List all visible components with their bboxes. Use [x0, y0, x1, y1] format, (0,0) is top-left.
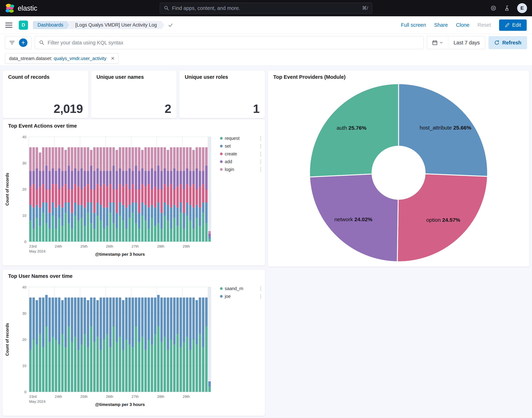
- bar-login[interactable]: [55, 147, 57, 171]
- bar-request[interactable]: [189, 221, 192, 242]
- bar-saand_rn[interactable]: [29, 350, 32, 392]
- bar-saand_rn[interactable]: [77, 350, 80, 392]
- bar-joe[interactable]: [141, 298, 144, 337]
- bar-set[interactable]: [157, 202, 160, 223]
- bar-set[interactable]: [77, 205, 80, 221]
- bar-saand_rn[interactable]: [74, 337, 76, 392]
- bar-saand_rn[interactable]: [135, 326, 137, 392]
- bar-set[interactable]: [192, 208, 195, 229]
- bar-joe[interactable]: [35, 300, 38, 345]
- bar-create[interactable]: [45, 189, 48, 202]
- bar-request[interactable]: [186, 215, 188, 242]
- bar-joe[interactable]: [160, 298, 163, 342]
- bar-login[interactable]: [192, 150, 195, 171]
- bar-login[interactable]: [93, 147, 96, 171]
- elastic-brand[interactable]: elastic: [5, 3, 37, 13]
- bar-saand_rn[interactable]: [183, 342, 185, 392]
- kql-query-input[interactable]: [48, 40, 419, 46]
- bar-set[interactable]: [186, 202, 188, 215]
- bar-set[interactable]: [116, 213, 118, 229]
- deployment-icon[interactable]: [489, 4, 497, 12]
- bar-create[interactable]: [90, 189, 93, 202]
- bar-request[interactable]: [151, 218, 153, 242]
- legend-actions-icon[interactable]: ⋮: [258, 143, 263, 149]
- bar-add[interactable]: [83, 171, 86, 186]
- bar-create[interactable]: [32, 184, 35, 207]
- bar-add[interactable]: [135, 166, 137, 189]
- bar-set[interactable]: [176, 208, 179, 226]
- bar-create[interactable]: [77, 186, 80, 205]
- bar-add[interactable]: [90, 166, 93, 189]
- bar-create[interactable]: [112, 189, 115, 202]
- bar-login[interactable]: [87, 147, 89, 171]
- bar-set[interactable]: [148, 208, 150, 229]
- bar-saand_rn[interactable]: [103, 339, 105, 392]
- bar-create[interactable]: [58, 189, 60, 205]
- time-range-value[interactable]: Last 7 days: [448, 40, 485, 46]
- bar-set[interactable]: [48, 213, 51, 229]
- bar-login[interactable]: [125, 147, 127, 171]
- bar-saand_rn[interactable]: [157, 326, 160, 392]
- bar-request[interactable]: [83, 226, 86, 242]
- user-avatar[interactable]: E: [517, 3, 527, 13]
- bar-saand_rn[interactable]: [179, 347, 182, 392]
- bar-add[interactable]: [93, 171, 96, 189]
- bar-set[interactable]: [125, 208, 127, 229]
- bar-joe[interactable]: [106, 298, 108, 334]
- bar-create[interactable]: [83, 186, 86, 207]
- bar-set[interactable]: [173, 205, 175, 218]
- bar-request[interactable]: [179, 213, 182, 242]
- bar-login[interactable]: [71, 147, 73, 171]
- bar-set[interactable]: [202, 202, 204, 213]
- bar-saand_rn[interactable]: [64, 347, 67, 392]
- legend-item-request[interactable]: request⋮: [220, 136, 263, 141]
- bar-saand_rn[interactable]: [163, 337, 166, 392]
- bar-create[interactable]: [160, 189, 163, 213]
- bar-joe[interactable]: [80, 298, 83, 345]
- bar-create[interactable]: [42, 184, 45, 202]
- filter-pill[interactable]: data_stream.dataset: qualys_vmdr.user_ac…: [5, 53, 119, 64]
- bar-joe[interactable]: [167, 298, 169, 350]
- bar-saand_rn[interactable]: [39, 334, 41, 392]
- bar-request[interactable]: [131, 213, 134, 242]
- bar-add[interactable]: [192, 171, 195, 184]
- bar-login[interactable]: [32, 147, 35, 171]
- bar-request[interactable]: [138, 229, 140, 242]
- bar-create[interactable]: [119, 184, 121, 202]
- bar-request[interactable]: [103, 229, 105, 242]
- full-screen-button[interactable]: Full screen: [401, 22, 426, 28]
- bar-create[interactable]: [64, 184, 67, 202]
- bar-add[interactable]: [74, 168, 76, 184]
- bar-joe[interactable]: [135, 298, 137, 326]
- bar-add[interactable]: [208, 234, 211, 236]
- bar-login[interactable]: [68, 147, 70, 166]
- bar-login[interactable]: [183, 147, 185, 171]
- bar-create[interactable]: [96, 184, 99, 202]
- bar-joe[interactable]: [93, 298, 96, 342]
- bar-saand_rn[interactable]: [122, 350, 124, 392]
- bar-set[interactable]: [45, 202, 48, 223]
- bar-add[interactable]: [116, 171, 118, 189]
- bar-login[interactable]: [131, 147, 134, 171]
- bar-set[interactable]: [106, 208, 108, 226]
- bar-request[interactable]: [205, 223, 208, 242]
- bar-create[interactable]: [131, 184, 134, 202]
- legend-item-login[interactable]: login⋮: [220, 167, 263, 172]
- bar-create[interactable]: [116, 189, 118, 213]
- bar-joe[interactable]: [179, 298, 182, 347]
- bar-add[interactable]: [29, 171, 32, 186]
- bar-add[interactable]: [58, 168, 60, 189]
- check-icon[interactable]: [168, 23, 173, 28]
- bar-add[interactable]: [32, 171, 35, 184]
- bar-joe[interactable]: [202, 298, 204, 347]
- bar-saand_rn[interactable]: [189, 350, 192, 392]
- bar-request[interactable]: [100, 221, 102, 242]
- bar-joe[interactable]: [61, 300, 64, 334]
- bar-add[interactable]: [154, 171, 156, 186]
- bar-create[interactable]: [135, 189, 137, 202]
- bar-request[interactable]: [55, 229, 57, 242]
- bar-saand_rn[interactable]: [202, 347, 204, 392]
- bar-add[interactable]: [189, 171, 192, 186]
- bar-saand_rn[interactable]: [160, 342, 163, 392]
- bar-set[interactable]: [131, 202, 134, 213]
